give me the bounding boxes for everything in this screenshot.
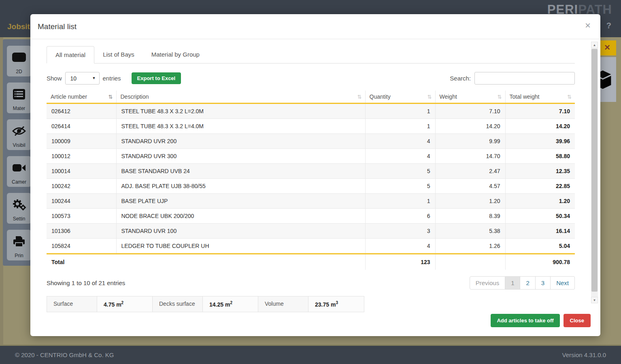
page-buttons: 123 [505, 276, 551, 290]
summary-label: Decks surface [153, 296, 203, 312]
table-header-row: Article number⇅ Description⇅ Quantity⇅ W… [47, 91, 575, 104]
material-list-icon [13, 83, 26, 106]
cell-total-weight: 39.96 [505, 134, 575, 149]
column-header-weight[interactable]: Weight⇅ [435, 91, 505, 104]
close-button[interactable]: Close [564, 314, 591, 327]
cell-total-weight: 14.20 [505, 119, 575, 134]
help-icon[interactable]: ? [606, 21, 611, 30]
showing-entries-info: Showing 1 to 10 of 21 entries [47, 279, 125, 286]
dialog-header: Material list [30, 14, 600, 39]
sidebar-item-visibility[interactable]: Visibil [7, 119, 31, 150]
summary-item: Decks surface 14.25 m2 [153, 296, 258, 312]
page-number-button[interactable]: 3 [536, 276, 551, 290]
column-label: Description [121, 93, 149, 100]
sidebar-item-camera[interactable]: Camer [7, 156, 31, 187]
table-body: 026412 STEEL TUBE 48.3 X 3.2 L=2.0M 1 7.… [47, 104, 575, 254]
table-row: 105824 LEDGER TO TUBE COUPLER UH 4 1.26 … [47, 239, 575, 254]
cell-weight: 1.20 [435, 194, 505, 209]
next-page-button[interactable]: Next [551, 276, 575, 290]
dialog-actions: Add articles to take off Close [491, 314, 591, 327]
sort-asc-icon: ⇅ [108, 94, 113, 100]
print-icon [13, 230, 26, 253]
cell-description: NODE BRACE UBK 200/200 [116, 209, 365, 224]
table-footer: Showing 1 to 10 of 21 entries Previous 1… [47, 276, 575, 290]
export-to-excel-button[interactable]: Export to Excel [132, 72, 181, 84]
cell-weight: 14.70 [435, 149, 505, 164]
cell-quantity: 5 [365, 164, 435, 179]
tab-material-by-group[interactable]: Material by Group [143, 46, 208, 63]
page-size-select-wrap: 10 ▼ [65, 72, 100, 85]
table-row: 101306 STANDARD UVR 100 3 5.38 16.14 [47, 224, 575, 239]
scrollbar-thumb[interactable] [591, 49, 598, 292]
total-label: Total [47, 254, 365, 270]
close-icon[interactable]: × [585, 21, 591, 30]
add-articles-button[interactable]: Add articles to take off [491, 314, 559, 327]
cell-weight: 5.38 [435, 224, 505, 239]
summary-number: 4.75 m [104, 301, 121, 308]
sidebar-item-label: Camer [12, 179, 26, 185]
cell-weight: 2.47 [435, 164, 505, 179]
summary-number: 23.75 m [315, 301, 336, 308]
panel-close-button[interactable]: × [598, 40, 616, 55]
page-size-select[interactable]: 10 [65, 72, 100, 85]
sidebar-item-label: Prin [15, 253, 23, 258]
column-header-quantity[interactable]: Quantity⇅ [365, 91, 435, 104]
tab-list-of-bays[interactable]: List of Bays [94, 46, 143, 63]
cell-article-number: 100573 [47, 209, 116, 224]
page-number-button[interactable]: 1 [505, 276, 520, 290]
cell-article-number: 026412 [47, 104, 116, 119]
cell-article-number: 100242 [47, 179, 116, 194]
page-number-button[interactable]: 2 [520, 276, 535, 290]
column-label: Article number [51, 93, 87, 100]
cell-total-weight: 50.34 [505, 209, 575, 224]
cell-article-number: 101306 [47, 224, 116, 239]
sidebar-item-material[interactable]: Mater [7, 83, 31, 113]
previous-page-button[interactable]: Previous [470, 276, 505, 290]
table-row: 100012 STANDARD UVR 300 4 14.70 58.80 [47, 149, 575, 164]
sidebar-item-print[interactable]: Prin [7, 230, 31, 260]
table-row: 026412 STEEL TUBE 48.3 X 3.2 L=2.0M 1 7.… [47, 104, 575, 119]
cell-description: STANDARD UVR 300 [116, 149, 365, 164]
table-row: 100244 BASE PLATE UJP 1 1.20 1.20 [47, 194, 575, 209]
jobsite-tab[interactable]: Jobsit [7, 22, 30, 31]
cell-quantity: 1 [365, 119, 435, 134]
modal-scrollbar[interactable]: ▲ ▼ [591, 42, 598, 303]
cell-quantity: 4 [365, 134, 435, 149]
summary-bar: Surface 4.75 m2 Decks surface 14.25 m2 V… [47, 296, 364, 312]
sort-icon: ⇅ [427, 94, 432, 100]
cell-quantity: 1 [365, 104, 435, 119]
scroll-up-icon[interactable]: ▲ [591, 42, 598, 48]
tab-all-material[interactable]: All material [47, 46, 94, 63]
visibility-icon [12, 119, 26, 142]
cell-quantity: 1 [365, 194, 435, 209]
table-row: 100014 BASE STANDARD UVB 24 5 2.47 12.35 [47, 164, 575, 179]
search-label: Search: [450, 75, 471, 82]
scroll-down-icon[interactable]: ▼ [591, 297, 598, 303]
cell-weight: 7.10 [435, 104, 505, 119]
pagination: Previous 123 Next [470, 276, 575, 290]
cell-total-weight: 7.10 [505, 104, 575, 119]
cell-description: STEEL TUBE 48.3 X 3.2 L=2.0M [116, 104, 365, 119]
tool-sidebar: 2D Mater Visibil Camer [3, 39, 34, 266]
cell-quantity: 6 [365, 209, 435, 224]
summary-exponent: 2 [121, 301, 124, 305]
dialog-body: All material List of Bays Material by Gr… [30, 46, 600, 312]
sidebar-item-settings[interactable]: Settin [7, 193, 31, 224]
cell-article-number: 100244 [47, 194, 116, 209]
cell-article-number: 100012 [47, 149, 116, 164]
total-weight-empty [435, 254, 505, 270]
cell-description: LEDGER TO TUBE COUPLER UH [116, 239, 365, 254]
search-input[interactable] [474, 72, 575, 85]
sort-icon: ⇅ [498, 94, 502, 100]
sort-icon: ⇅ [357, 94, 362, 100]
table-total-row: Total 123 900.78 [47, 254, 575, 270]
2d-view-icon [12, 46, 26, 69]
column-header-description[interactable]: Description⇅ [116, 91, 365, 104]
status-bar: © 2020 - CENTRIO GmbH & Co. KG Version 4… [0, 345, 621, 364]
column-label: Total weight [510, 93, 540, 100]
sidebar-item-2d[interactable]: 2D [7, 46, 31, 76]
column-header-article-number[interactable]: Article number⇅ [47, 91, 116, 104]
sort-icon: ⇅ [567, 94, 572, 100]
version-text: Version 4.31.0.0 [562, 351, 606, 358]
column-header-total-weight[interactable]: Total weight⇅ [505, 91, 575, 104]
